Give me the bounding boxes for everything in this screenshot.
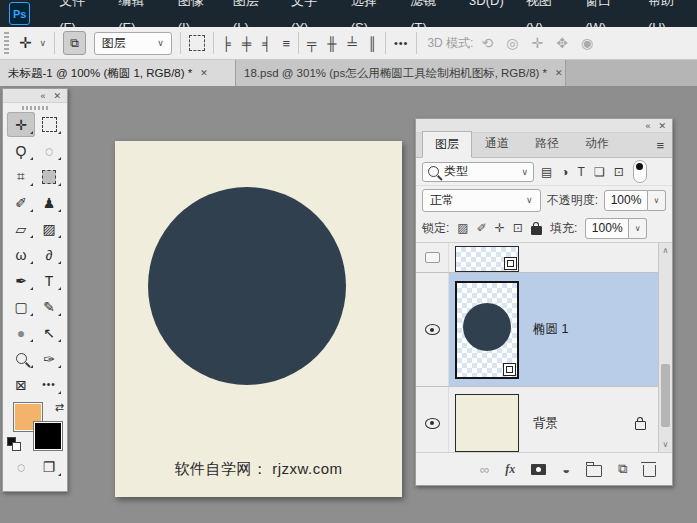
- align-top-edges-icon[interactable]: ≡: [282, 36, 290, 51]
- perspective-crop-tool[interactable]: ▢: [7, 294, 35, 319]
- eye-checkbox-icon[interactable]: [425, 252, 440, 263]
- align-bottom-icon[interactable]: ╧: [347, 36, 356, 51]
- doc-tab-untitled-1[interactable]: 未标题-1 @ 100% (椭圆 1, RGB/8) * ✕: [0, 60, 236, 86]
- layer-row-background[interactable]: 背景: [416, 387, 658, 452]
- align-center-horizontal-icon[interactable]: ╪: [242, 36, 251, 51]
- filter-shape-layers-icon[interactable]: ❏: [594, 165, 605, 179]
- new-adjustment-layer-icon[interactable]: ◒: [562, 462, 570, 477]
- lasso-tool[interactable]: Ϙ: [7, 138, 35, 163]
- visibility-cell[interactable]: [416, 273, 449, 386]
- blend-mode-dropdown[interactable]: 正常 ∨: [422, 189, 541, 212]
- close-icon[interactable]: ✕: [53, 91, 61, 101]
- threed-camera-icon[interactable]: ◉: [581, 35, 593, 51]
- link-layers-icon[interactable]: ∞: [480, 462, 489, 477]
- scroll-down-icon[interactable]: ∨: [659, 440, 672, 449]
- align-top-icon[interactable]: ╤: [307, 36, 316, 51]
- lock-position-icon[interactable]: ✛: [495, 221, 505, 235]
- smudge-tool[interactable]: ω: [7, 242, 35, 267]
- patch-tool[interactable]: [35, 164, 63, 189]
- lock-all-icon[interactable]: [531, 226, 542, 235]
- eraser-tool[interactable]: ▱: [7, 216, 35, 241]
- clone-stamp-tool[interactable]: ♟: [35, 190, 63, 215]
- swap-colors-icon[interactable]: ⇄: [55, 401, 64, 414]
- doc-tab-18psd[interactable]: 18.psd @ 301% (ps怎么用椭圆工具绘制相机图标, RGB/8) *…: [236, 60, 566, 86]
- lock-image-pixels-icon[interactable]: ✐: [477, 221, 487, 235]
- canvas[interactable]: 软件自学网： rjzxw.com: [115, 141, 402, 497]
- default-colors-icon[interactable]: [7, 437, 21, 451]
- chevron-down-icon[interactable]: ∨: [629, 218, 647, 239]
- filter-type-layers-icon[interactable]: T: [578, 165, 585, 179]
- layer-style-icon[interactable]: fx: [505, 462, 515, 477]
- layer-filter-dropdown[interactable]: 类型 ∨: [422, 162, 534, 182]
- layer-thumbnail[interactable]: [455, 246, 519, 272]
- tab-actions[interactable]: 动作: [572, 130, 622, 157]
- pen-tool[interactable]: ✒: [7, 268, 35, 293]
- visibility-cell[interactable]: [416, 243, 449, 272]
- layer-row-ellipse-1[interactable]: 椭圆 1: [416, 273, 658, 387]
- layer-thumbnail[interactable]: [455, 281, 519, 379]
- close-icon[interactable]: ✕: [200, 68, 208, 78]
- edit-toolbar-button[interactable]: •••: [35, 372, 63, 397]
- layer-thumbnail[interactable]: [455, 394, 519, 452]
- new-layer-icon[interactable]: ⧉: [618, 461, 627, 477]
- close-icon[interactable]: ✕: [658, 121, 666, 131]
- filter-pixel-layers-icon[interactable]: ▤: [541, 165, 552, 179]
- filter-toggle-switch[interactable]: [633, 160, 647, 183]
- panel-menu-icon[interactable]: ≡: [656, 138, 664, 153]
- distribute-icon[interactable]: ║: [368, 36, 377, 51]
- align-middle-vertical-icon[interactable]: ╫: [327, 36, 336, 51]
- tab-layers[interactable]: 图层: [422, 131, 472, 158]
- opacity-value[interactable]: 100%: [604, 190, 648, 211]
- fill-value[interactable]: 100%: [585, 218, 629, 239]
- more-options-button[interactable]: •••: [394, 37, 409, 49]
- type-tool[interactable]: T: [35, 268, 63, 293]
- brush-tool[interactable]: ✐: [7, 190, 35, 215]
- auto-select-target-dropdown[interactable]: 图层 ∨: [94, 32, 172, 55]
- threed-pan-icon[interactable]: ✛: [531, 35, 543, 51]
- align-right-icon[interactable]: ╡: [262, 36, 271, 51]
- ellipse-tool[interactable]: ●: [7, 320, 35, 345]
- eye-icon[interactable]: [425, 418, 440, 429]
- tab-paths[interactable]: 路径: [522, 130, 572, 157]
- eye-icon[interactable]: [425, 324, 440, 335]
- align-left-icon[interactable]: ╞: [222, 36, 231, 51]
- screen-mode-button[interactable]: ❐: [35, 455, 63, 479]
- filter-smart-objects-icon[interactable]: ⊡: [614, 165, 624, 179]
- collapse-panel-icon[interactable]: «: [40, 91, 45, 101]
- panel-grip[interactable]: [22, 106, 48, 110]
- quick-mask-button[interactable]: ◌: [7, 455, 35, 479]
- threed-slide-icon[interactable]: ✥: [556, 35, 568, 51]
- threed-roll-icon[interactable]: ◎: [506, 35, 518, 51]
- collapse-panel-icon[interactable]: «: [645, 121, 650, 131]
- filter-adjustment-layers-icon[interactable]: ◑: [561, 165, 568, 179]
- visibility-cell[interactable]: [416, 387, 449, 452]
- delete-layer-icon[interactable]: [643, 462, 656, 477]
- paint-bucket-tool[interactable]: ▨: [35, 216, 63, 241]
- crop-tool[interactable]: ⌗: [7, 164, 35, 189]
- close-icon[interactable]: ✕: [555, 68, 563, 78]
- show-transform-controls-icon[interactable]: [189, 35, 205, 51]
- add-layer-mask-icon[interactable]: [531, 464, 546, 475]
- tool-preset-chevron-icon[interactable]: ∨: [40, 38, 47, 48]
- eyedropper-tool[interactable]: ✎: [35, 294, 63, 319]
- lock-artboard-icon[interactable]: ⊡: [513, 221, 523, 235]
- scrollbar-thumb[interactable]: [661, 364, 670, 427]
- chevron-down-icon[interactable]: ∨: [648, 190, 666, 211]
- zoom-tool[interactable]: [7, 346, 35, 371]
- background-color-swatch[interactable]: [34, 422, 62, 450]
- layer-row-clipped[interactable]: [416, 243, 658, 273]
- scroll-up-icon[interactable]: ∧: [659, 246, 672, 255]
- quick-selection-tool[interactable]: ◌: [35, 138, 63, 163]
- move-tool[interactable]: ✛: [7, 112, 35, 137]
- threed-orbit-icon[interactable]: ⟲: [481, 35, 493, 51]
- direct-selection-tool[interactable]: ↖: [35, 320, 63, 345]
- mixer-brush-tool[interactable]: ✑: [35, 346, 63, 371]
- tab-channels[interactable]: 通道: [472, 130, 522, 157]
- auto-select-toggle[interactable]: ⧉: [63, 31, 86, 55]
- rectangular-marquee-tool[interactable]: [35, 112, 63, 137]
- lock-transparent-pixels-icon[interactable]: ▨: [457, 221, 468, 235]
- frame-tool[interactable]: ⊠: [7, 372, 35, 397]
- layers-scrollbar[interactable]: ∧ ∨: [658, 243, 672, 452]
- dodge-tool[interactable]: ∂: [35, 242, 63, 267]
- new-group-icon[interactable]: [586, 462, 602, 477]
